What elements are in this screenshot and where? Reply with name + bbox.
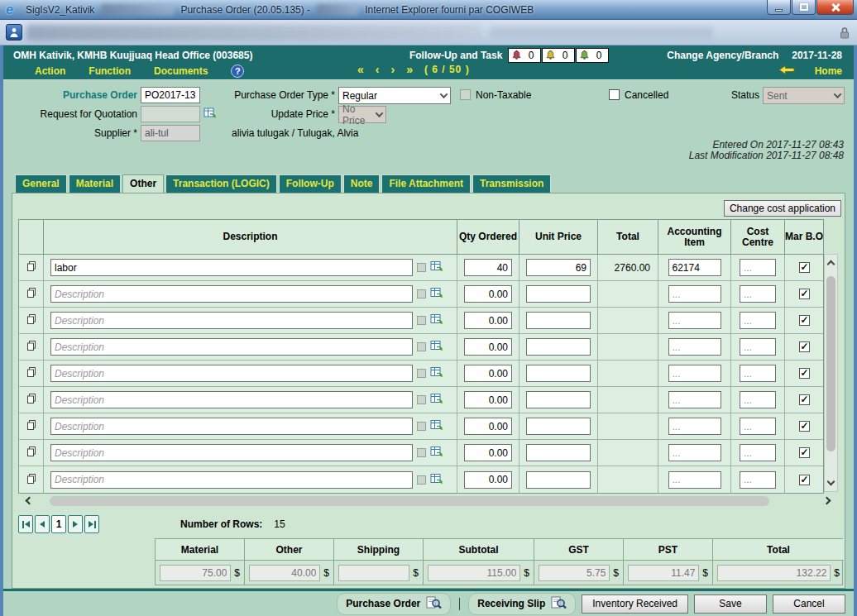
menu-function[interactable]: Function bbox=[89, 65, 131, 77]
copy-row-icon[interactable] bbox=[26, 446, 37, 460]
close-button[interactable] bbox=[816, 0, 854, 15]
horizontal-scroll-thumb[interactable] bbox=[50, 496, 769, 506]
home-link[interactable]: Home bbox=[815, 65, 842, 77]
tab-follow-up[interactable]: Follow-Up bbox=[279, 174, 342, 193]
qty-ordered-input[interactable] bbox=[464, 444, 512, 461]
qty-ordered-input[interactable] bbox=[464, 418, 512, 435]
qty-ordered-input[interactable] bbox=[464, 312, 512, 329]
description-input[interactable] bbox=[50, 312, 413, 329]
qty-ordered-input[interactable] bbox=[464, 285, 512, 303]
nav-next-button[interactable]: › bbox=[390, 63, 395, 76]
nav-prev-button[interactable]: ‹ bbox=[376, 63, 380, 76]
unit-price-input[interactable] bbox=[526, 285, 591, 303]
copy-row-icon[interactable] bbox=[26, 313, 37, 327]
unit-price-input[interactable] bbox=[526, 391, 591, 408]
copy-row-icon[interactable] bbox=[26, 419, 37, 433]
bo-checkbox[interactable] bbox=[799, 315, 810, 326]
change-agency-link[interactable]: Change Agency/Branch bbox=[667, 50, 778, 61]
item-lookup-grid-icon[interactable] bbox=[430, 366, 443, 380]
purchase-order-preview-button[interactable]: Purchase Order bbox=[337, 593, 451, 615]
item-lookup-grid-icon[interactable] bbox=[430, 260, 443, 275]
nav-first-button[interactable]: « bbox=[357, 63, 364, 76]
page-next-button[interactable] bbox=[68, 515, 83, 533]
cancelled-checkbox[interactable] bbox=[609, 89, 620, 100]
qty-ordered-input[interactable] bbox=[464, 259, 512, 276]
item-lookup-grid-icon[interactable] bbox=[430, 287, 443, 301]
bo-checkbox[interactable] bbox=[799, 475, 810, 485]
change-cost-application-button[interactable]: Change cost application bbox=[724, 200, 841, 217]
bo-checkbox[interactable] bbox=[799, 289, 810, 299]
qty-ordered-input[interactable] bbox=[464, 471, 512, 489]
tab-general[interactable]: General bbox=[15, 174, 67, 193]
description-input[interactable] bbox=[50, 444, 413, 461]
accounting-item-input[interactable] bbox=[668, 312, 721, 329]
bo-checkbox[interactable] bbox=[799, 341, 810, 352]
receiving-slip-preview-button[interactable]: Receiving Slip bbox=[468, 593, 576, 615]
bo-checkbox[interactable] bbox=[799, 421, 810, 432]
menu-action[interactable]: Action bbox=[35, 65, 65, 77]
accounting-item-input[interactable] bbox=[668, 444, 721, 461]
unit-price-input[interactable] bbox=[526, 418, 591, 435]
po-type-select[interactable]: Regular bbox=[338, 87, 451, 104]
description-input[interactable] bbox=[50, 338, 413, 356]
minimize-button[interactable] bbox=[767, 0, 791, 15]
help-icon[interactable] bbox=[231, 64, 244, 78]
accounting-item-input[interactable] bbox=[668, 418, 721, 435]
unit-price-input[interactable] bbox=[526, 444, 591, 461]
page-last-button[interactable] bbox=[84, 515, 99, 533]
scroll-down-icon[interactable] bbox=[827, 478, 835, 486]
description-input[interactable] bbox=[50, 365, 413, 382]
item-lookup-grid-icon[interactable] bbox=[430, 473, 443, 487]
scroll-right-icon[interactable] bbox=[823, 497, 831, 505]
inventory-received-button[interactable]: Inventory Received bbox=[582, 595, 688, 614]
horizontal-scrollbar[interactable] bbox=[18, 494, 838, 508]
item-lookup-grid-icon[interactable] bbox=[430, 313, 443, 327]
cost-centre-input[interactable] bbox=[740, 391, 776, 408]
vertical-scrollbar[interactable] bbox=[824, 254, 838, 492]
unit-price-input[interactable] bbox=[526, 365, 591, 382]
item-lookup-grid-icon[interactable] bbox=[430, 340, 443, 354]
item-lookup-grid-icon[interactable] bbox=[430, 446, 443, 460]
accounting-item-input[interactable] bbox=[668, 259, 721, 276]
purchase-order-input[interactable] bbox=[141, 87, 200, 103]
cost-centre-input[interactable] bbox=[740, 418, 776, 435]
description-input[interactable] bbox=[50, 391, 413, 408]
bo-checkbox[interactable] bbox=[799, 394, 810, 405]
accounting-item-input[interactable] bbox=[668, 471, 721, 489]
menu-documents[interactable]: Documents bbox=[154, 65, 208, 77]
cost-centre-input[interactable] bbox=[740, 285, 776, 303]
cost-centre-input[interactable] bbox=[740, 338, 776, 356]
tab-transmission[interactable]: Transmission bbox=[472, 174, 551, 193]
tab-material[interactable]: Material bbox=[69, 174, 121, 193]
copy-row-icon[interactable] bbox=[26, 260, 37, 275]
accounting-item-input[interactable] bbox=[668, 338, 721, 356]
accounting-item-input[interactable] bbox=[668, 365, 721, 382]
bo-checkbox[interactable] bbox=[799, 447, 810, 458]
cost-centre-input[interactable] bbox=[740, 259, 776, 276]
page-prev-button[interactable] bbox=[35, 515, 50, 533]
cost-centre-input[interactable] bbox=[740, 444, 776, 461]
copy-row-icon[interactable] bbox=[26, 393, 37, 407]
scroll-left-icon[interactable] bbox=[26, 497, 34, 505]
maximize-button[interactable] bbox=[792, 0, 816, 15]
tab-other[interactable]: Other bbox=[122, 174, 164, 193]
cost-centre-input[interactable] bbox=[740, 312, 776, 329]
cost-centre-input[interactable] bbox=[740, 365, 776, 382]
accounting-item-input[interactable] bbox=[668, 285, 721, 303]
qty-ordered-input[interactable] bbox=[464, 365, 512, 382]
copy-row-icon[interactable] bbox=[26, 287, 37, 301]
tab-file-attachment[interactable]: File Attachment bbox=[381, 174, 471, 193]
description-input[interactable] bbox=[50, 471, 413, 489]
nav-last-button[interactable]: » bbox=[406, 63, 413, 76]
item-lookup-grid-icon[interactable] bbox=[430, 393, 443, 407]
unit-price-input[interactable] bbox=[526, 312, 591, 329]
item-lookup-grid-icon[interactable] bbox=[430, 419, 443, 433]
cancel-button[interactable]: Cancel bbox=[773, 595, 845, 614]
qty-ordered-input[interactable] bbox=[464, 338, 512, 356]
save-button[interactable]: Save bbox=[694, 595, 767, 614]
accounting-item-input[interactable] bbox=[668, 391, 721, 408]
qty-ordered-input[interactable] bbox=[464, 391, 512, 408]
description-input[interactable] bbox=[50, 418, 413, 435]
tab-note[interactable]: Note bbox=[343, 174, 381, 193]
bo-checkbox[interactable] bbox=[799, 368, 810, 379]
